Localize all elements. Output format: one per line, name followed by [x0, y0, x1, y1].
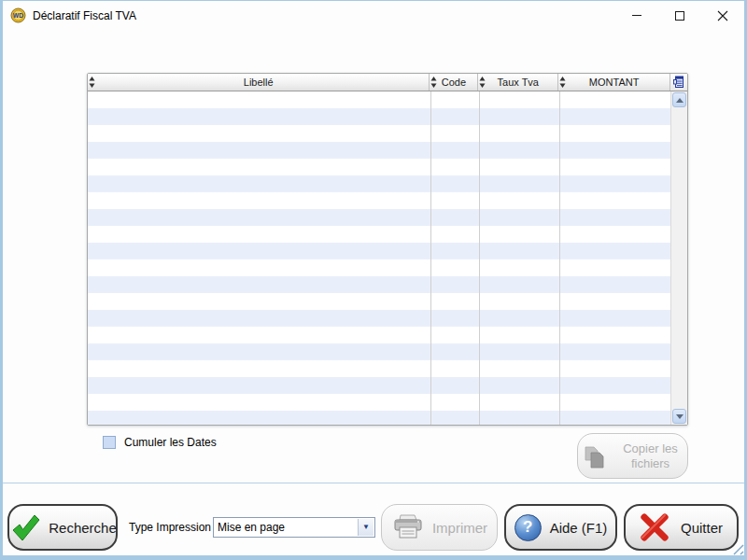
check-icon: [8, 512, 42, 542]
scroll-down-button[interactable]: [672, 409, 686, 424]
sort-icon: [430, 77, 437, 88]
maximize-icon: [675, 11, 684, 21]
grid-table-icon: [673, 76, 684, 89]
search-label: Recherche: [49, 520, 117, 536]
tva-grid: Libellé Code Taux Tva MONTANT: [87, 73, 688, 426]
red-x-icon: [640, 512, 669, 542]
combobox-value: Mise en page: [218, 518, 285, 537]
column-header-taux-tva[interactable]: Taux Tva: [478, 74, 558, 91]
search-button[interactable]: Recherche: [7, 504, 118, 551]
grid-column-divider: [430, 91, 431, 425]
print-type-combobox[interactable]: Mise en page ▼: [213, 517, 375, 538]
resize-grip[interactable]: [731, 542, 744, 555]
title-bar: WD Déclaratif Fiscal TVA: [3, 1, 744, 30]
close-icon: [717, 10, 728, 21]
close-button[interactable]: [701, 1, 744, 30]
window-controls: [615, 1, 744, 30]
column-header-label: Code: [442, 77, 466, 88]
column-header-code[interactable]: Code: [430, 74, 478, 91]
chevron-down-icon: ▼: [362, 524, 370, 531]
bottom-separator: [3, 483, 744, 483]
checkbox-box[interactable]: [103, 436, 116, 449]
print-label: Imprimer: [432, 520, 487, 536]
cumuler-dates-checkbox-field[interactable]: Cumuler les Dates: [103, 436, 217, 449]
quit-button[interactable]: Quitter: [624, 504, 739, 551]
column-header-label: Libellé: [244, 77, 274, 88]
type-impression-label: Type Impression: [129, 521, 211, 534]
copy-files-button[interactable]: Copier les fichiers: [577, 433, 688, 479]
quit-label: Quitter: [681, 520, 723, 536]
vertical-scrollbar[interactable]: [670, 91, 687, 425]
copy-files-icon: [582, 441, 612, 471]
minimize-icon: [632, 15, 641, 16]
svg-text:WD: WD: [13, 12, 23, 19]
column-header-libelle[interactable]: Libellé: [88, 74, 430, 91]
printer-icon: [391, 513, 425, 541]
app-icon: WD: [10, 7, 26, 23]
scroll-up-button[interactable]: [672, 92, 686, 107]
grid-body: [88, 91, 670, 425]
print-button[interactable]: Imprimer: [381, 504, 498, 551]
column-header-label: MONTANT: [589, 77, 640, 88]
grid-options-button[interactable]: [670, 74, 687, 91]
sort-icon: [479, 77, 486, 88]
combobox-dropdown-button[interactable]: ▼: [358, 519, 374, 536]
sort-icon: [89, 77, 95, 88]
maximize-button[interactable]: [658, 1, 701, 30]
sort-icon: [559, 77, 566, 88]
help-icon: ?: [514, 514, 542, 541]
minimize-button[interactable]: [615, 1, 658, 30]
help-label: Aide (F1): [550, 520, 608, 536]
copy-files-label: Copier les fichiers: [617, 441, 684, 470]
arrow-up-icon: [676, 98, 684, 103]
column-header-label: Taux Tva: [498, 77, 539, 88]
grid-column-divider: [559, 91, 560, 425]
checkbox-label: Cumuler les Dates: [124, 436, 217, 449]
column-header-montant[interactable]: MONTANT: [558, 74, 670, 91]
grid-column-divider: [479, 91, 480, 425]
window-title: Déclaratif Fiscal TVA: [33, 9, 136, 22]
help-button[interactable]: ? Aide (F1): [504, 504, 617, 551]
arrow-down-icon: [676, 414, 684, 419]
app-window: WD Déclaratif Fiscal TVA Libellé: [0, 0, 747, 560]
grid-header: Libellé Code Taux Tva MONTANT: [88, 74, 687, 91]
